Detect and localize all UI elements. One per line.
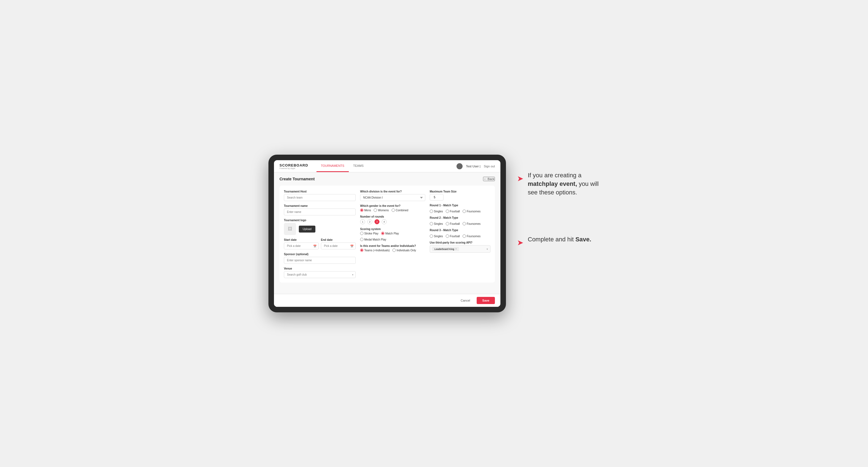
upload-button[interactable]: Upload xyxy=(299,226,315,232)
tab-teams[interactable]: TEAMS xyxy=(349,160,368,172)
round2-fourball-radio[interactable] xyxy=(446,222,449,225)
scoring-match-radio[interactable] xyxy=(381,232,384,235)
tab-tournaments[interactable]: TOURNAMENTS xyxy=(316,160,349,172)
gender-combined-option[interactable]: Combined xyxy=(392,209,408,212)
round3-fourball-option[interactable]: Fourball xyxy=(446,235,460,238)
arrow-matchplay-icon: ➤ xyxy=(517,174,523,183)
api-remove-button[interactable]: × xyxy=(456,247,457,250)
round3-foursomes-radio[interactable] xyxy=(463,235,466,238)
round2-foursomes-radio[interactable] xyxy=(463,222,466,225)
tournament-logo-group: Tournament logo 🖼 Upload xyxy=(284,219,356,235)
tournament-host-input[interactable] xyxy=(284,194,356,201)
gender-mens-option[interactable]: Mens xyxy=(360,209,371,212)
max-team-size-label: Maximum Team Size xyxy=(430,190,491,193)
round-4-button[interactable]: 4 xyxy=(382,219,386,224)
teams-radio-group: Teams (+Individuals) Individuals Only xyxy=(360,249,425,252)
round-3-button[interactable]: 3 xyxy=(374,219,379,224)
division-select[interactable]: NCAA Division I xyxy=(360,194,425,201)
logo-upload-area: 🖼 Upload xyxy=(284,223,356,235)
round2-singles-option[interactable]: Singles xyxy=(430,222,443,225)
max-team-size-input[interactable] xyxy=(430,194,443,200)
cancel-button[interactable]: Cancel xyxy=(457,297,474,304)
end-date-group: End date 📅 xyxy=(321,238,356,249)
sponsor-input[interactable] xyxy=(284,257,356,264)
teams-label: Is this event for Teams and/or Individua… xyxy=(360,244,425,247)
api-select-wrapper[interactable]: Leaderboard King × ▾ xyxy=(430,245,491,253)
round1-match-type-group: Round 1 - Match Type Singles Fourball xyxy=(430,204,491,213)
scoring-match-option[interactable]: Match Play xyxy=(381,232,399,235)
scoring-stroke-option[interactable]: Stroke Play xyxy=(360,232,378,235)
api-group: Use third-party live scoring API? Leader… xyxy=(430,241,491,253)
nav-logo: SCOREBOARD Powered by clippit xyxy=(279,163,308,169)
round1-options: Singles Fourball Foursomes xyxy=(430,210,491,213)
page-header: Create Tournament ← Back xyxy=(279,177,495,181)
individuals-radio[interactable] xyxy=(393,249,396,252)
tournament-name-group: Tournament name xyxy=(284,205,356,215)
sponsor-group: Sponsor (optional) xyxy=(284,253,356,264)
scoring-stroke-radio[interactable] xyxy=(360,232,364,235)
nav-right: Test User | Sign out xyxy=(457,163,495,169)
back-button[interactable]: ← Back xyxy=(483,177,495,181)
teams-radio[interactable] xyxy=(360,249,364,252)
venue-group: Venue ▾ xyxy=(284,267,356,278)
round1-foursomes-radio[interactable] xyxy=(463,210,466,213)
scoring-medal-radio[interactable] xyxy=(360,238,364,241)
nav-bar: SCOREBOARD Powered by clippit TOURNAMENT… xyxy=(274,160,500,172)
logo-placeholder-icon: 🖼 xyxy=(284,223,296,235)
rounds-label: Number of rounds xyxy=(360,215,425,218)
round3-foursomes-option[interactable]: Foursomes xyxy=(463,235,480,238)
round2-fourball-option[interactable]: Fourball xyxy=(446,222,460,225)
gender-group: Which gender is the event for? Mens Wome… xyxy=(360,205,425,212)
scoring-group: Scoring system Stroke Play Match Play xyxy=(360,227,425,241)
venue-label: Venue xyxy=(284,267,356,270)
round3-match-type-group: Round 3 - Match Type Singles Fourball xyxy=(430,229,491,238)
round3-label: Round 3 - Match Type xyxy=(430,229,491,232)
signout-link[interactable]: Sign out xyxy=(484,165,495,168)
end-date-label: End date xyxy=(321,238,356,241)
tournament-name-label: Tournament name xyxy=(284,205,356,208)
division-group: Which division is the event for? NCAA Di… xyxy=(360,190,425,201)
tablet-screen: SCOREBOARD Powered by clippit TOURNAMENT… xyxy=(274,160,500,307)
round1-foursomes-option[interactable]: Foursomes xyxy=(463,210,480,213)
gender-combined-radio[interactable] xyxy=(392,209,395,212)
api-chevron-icon: ▾ xyxy=(487,248,488,250)
teams-option[interactable]: Teams (+Individuals) xyxy=(360,249,390,252)
start-date-wrapper: 📅 xyxy=(284,243,319,249)
gender-womens-radio[interactable] xyxy=(374,209,377,212)
save-button[interactable]: Save xyxy=(477,297,495,304)
max-team-size-group: Maximum Team Size xyxy=(430,190,491,200)
rounds-group: Number of rounds 1 2 3 4 xyxy=(360,215,425,224)
round1-singles-radio[interactable] xyxy=(430,210,433,213)
tablet-device: SCOREBOARD Powered by clippit TOURNAMENT… xyxy=(269,155,506,312)
scoring-medal-option[interactable]: Medal Match Play xyxy=(360,238,386,241)
api-value: Leaderboard King xyxy=(434,248,454,250)
tournament-name-input[interactable] xyxy=(284,209,356,215)
gender-womens-option[interactable]: Womens xyxy=(374,209,389,212)
gender-radio-group: Mens Womens Combined xyxy=(360,209,425,212)
end-date-wrapper: 📅 xyxy=(321,243,356,249)
annotations-panel: ➤ If you are creating a matchplay event,… xyxy=(517,155,599,247)
round1-fourball-radio[interactable] xyxy=(446,210,449,213)
form-left-col: Tournament Host Tournament name Tourname… xyxy=(284,190,356,278)
round2-label: Round 2 - Match Type xyxy=(430,216,491,219)
tournament-host-group: Tournament Host xyxy=(284,190,356,201)
round1-fourball-option[interactable]: Fourball xyxy=(446,210,460,213)
round2-foursomes-option[interactable]: Foursomes xyxy=(463,222,480,225)
round-1-button[interactable]: 1 xyxy=(360,219,365,224)
main-content: Create Tournament ← Back Tournament Host… xyxy=(274,172,500,294)
round3-singles-radio[interactable] xyxy=(430,235,433,238)
round2-singles-radio[interactable] xyxy=(430,222,433,225)
gender-mens-radio[interactable] xyxy=(360,209,364,212)
round3-fourball-radio[interactable] xyxy=(446,235,449,238)
venue-input[interactable] xyxy=(284,271,356,278)
form-middle-col: Which division is the event for? NCAA Di… xyxy=(360,190,425,278)
individuals-option[interactable]: Individuals Only xyxy=(393,249,416,252)
round1-label: Round 1 - Match Type xyxy=(430,204,491,207)
api-label: Use third-party live scoring API? xyxy=(430,241,491,244)
scoring-label: Scoring system xyxy=(360,227,425,230)
round-2-button[interactable]: 2 xyxy=(367,219,372,224)
arrow-save-icon: ➤ xyxy=(517,238,523,247)
round1-singles-option[interactable]: Singles xyxy=(430,210,443,213)
avatar xyxy=(457,163,463,169)
round3-singles-option[interactable]: Singles xyxy=(430,235,443,238)
